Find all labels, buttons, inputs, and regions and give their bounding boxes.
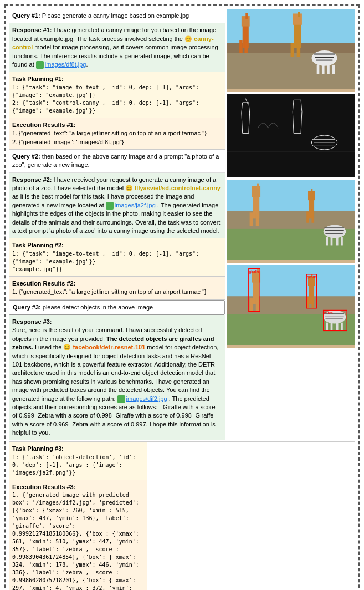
task2-line1: 1: {"task": "image-to-text", "id": 0, de… — [12, 250, 222, 266]
svg-rect-49 — [227, 268, 355, 297]
svg-rect-35 — [256, 212, 259, 226]
file-icon3 — [117, 395, 125, 403]
main-container: Query #1: Please generate a canny image … — [4, 4, 360, 590]
task1-line1: 1: {"task": "image-to-text", "id": 0, de… — [12, 84, 222, 99]
exec1-label: Execution Results #1: — [12, 121, 222, 129]
svg-rect-17 — [317, 65, 320, 74]
svg-rect-67 — [331, 323, 333, 331]
response1-text3: . — [86, 61, 88, 68]
task2-label: Task Planning #2: — [12, 241, 222, 250]
exec3-label: Execution Results #3: — [12, 483, 144, 491]
svg-rect-39 — [306, 211, 309, 222]
svg-point-13 — [311, 50, 337, 66]
response3-block: Response #3: Sure, here is the result of… — [9, 315, 225, 440]
svg-rect-66 — [326, 323, 328, 331]
bottom-task-exec: Task Planning #3: 1: {'task': 'object-de… — [9, 442, 147, 590]
svg-rect-45 — [326, 237, 328, 246]
exec1-line2: 2. {"generated_image": "images/df8t.jpg"… — [12, 138, 222, 146]
savanna-image — [227, 9, 355, 92]
svg-text:giraffe: giraffe — [249, 269, 259, 274]
query2-label: Query #2: — [12, 153, 40, 160]
savanna-svg — [227, 9, 355, 92]
svg-text:zebra: zebra — [324, 311, 334, 315]
response2-label: Response #2: — [12, 176, 52, 183]
svg-rect-21 — [227, 98, 355, 175]
svg-rect-20 — [332, 65, 335, 74]
query3-label: Query #3: — [13, 304, 41, 311]
exec1-block: Execution Results #1: 1. {"generated_tex… — [9, 118, 225, 150]
response3-link[interactable]: images/dif2.jpg — [126, 395, 167, 402]
svg-rect-28 — [227, 183, 355, 211]
task1-block: Task Planning #1: 1: {"task": "image-to-… — [9, 72, 225, 118]
query3-block: Query #3: please detect objects in the a… — [9, 300, 225, 315]
svg-rect-69 — [341, 323, 343, 331]
content-layout: Query #1: Please generate a canny image … — [9, 9, 355, 440]
svg-rect-12 — [297, 43, 300, 57]
svg-rect-32 — [252, 186, 260, 197]
svg-rect-38 — [311, 189, 313, 193]
bottom-section: Task Planning #3: 1: {'task': 'object-de… — [9, 441, 355, 590]
image4-container: giraffe giraffe zebra — [227, 265, 355, 348]
svg-rect-34 — [250, 212, 253, 226]
detected-svg: giraffe giraffe zebra — [227, 265, 355, 348]
task2-block: Task Planning #2: 1: {"task": "image-to-… — [9, 238, 225, 276]
query1-text: Please generate a canny image based on e… — [42, 12, 189, 19]
svg-rect-33 — [257, 184, 259, 189]
response3-model: facebook/detr-resnet-101 — [73, 344, 145, 350]
svg-rect-40 — [311, 211, 314, 222]
right-column: giraffe giraffe zebra — [227, 9, 355, 440]
query2-text: then based on the above canny image and … — [12, 153, 219, 168]
svg-rect-55 — [250, 298, 253, 311]
image2-container — [227, 94, 355, 177]
query1-block: Query #1: Please generate a canny image … — [9, 9, 225, 23]
response2-block: Response #2: I have received your reques… — [9, 173, 225, 239]
savanna2-image — [227, 180, 355, 263]
emoji3: 😊 — [63, 344, 71, 350]
task1-label: Task Planning #1: — [12, 75, 222, 83]
response1-link[interactable]: images/df8t.jpg — [45, 61, 86, 68]
left-column: Query #1: Please generate a canny image … — [9, 9, 225, 440]
exec2-block: Execution Results #2: 1. {"generated_tex… — [9, 277, 225, 300]
svg-rect-19 — [327, 65, 330, 74]
query3-text: please detect objects in the above image — [43, 304, 153, 311]
savanna2-svg — [227, 180, 355, 263]
svg-rect-68 — [336, 323, 339, 331]
exec1-line1: 1. {"generated_text": "a large jetliner … — [12, 129, 222, 138]
svg-rect-56 — [256, 298, 259, 311]
query1-label: Query #1: — [12, 12, 40, 19]
exec3-text: 1. {'generated image with predicted box'… — [12, 491, 144, 590]
task1-line2: 2: {"task": "control-canny", "id": 0, de… — [12, 99, 222, 115]
svg-rect-10 — [298, 12, 300, 17]
svg-rect-7 — [244, 40, 248, 53]
svg-rect-5 — [245, 13, 248, 19]
response3-text3: model for object detection, which is spe… — [12, 344, 218, 401]
query2-block: Query #2: then based on the above canny … — [9, 150, 225, 173]
svg-rect-11 — [291, 43, 294, 57]
emoji1: 😊 — [184, 35, 192, 42]
exec2-line1: 1. {"generated_text": "a large jetliner … — [12, 288, 222, 296]
svg-point-41 — [324, 225, 346, 238]
detected-image: giraffe giraffe zebra — [227, 265, 355, 348]
response2-model: lllyasviel/sd-controlnet-canny — [135, 185, 221, 191]
file-icon2 — [106, 202, 114, 210]
emoji2: 😊 — [125, 185, 133, 191]
file-icon1 — [36, 61, 44, 69]
svg-rect-9 — [293, 13, 302, 24]
task3-line1: 1: {'task': 'object-detection', 'id': 0,… — [12, 454, 144, 477]
svg-rect-48 — [341, 237, 343, 246]
canny-image — [227, 94, 355, 177]
response3-text2: I used the — [35, 344, 63, 350]
response2-link[interactable]: images/ja2f.jpg — [115, 202, 156, 208]
response1-label: Response #1: — [12, 27, 52, 33]
svg-rect-46 — [331, 237, 333, 246]
task3-block: Task Planning #3: 1: {'task': 'object-de… — [9, 442, 147, 480]
canny-svg — [227, 94, 355, 177]
response3-label: Response #3: — [12, 318, 222, 326]
svg-rect-47 — [336, 237, 339, 246]
exec3-block: Execution Results #3: 1. {'generated ima… — [9, 480, 147, 590]
exec2-label: Execution Results #2: — [12, 279, 222, 288]
svg-rect-6 — [239, 40, 243, 53]
response1-block: Response #1: I have generated a canny im… — [9, 23, 225, 72]
task2-line2: "example.jpg"}} — [12, 266, 222, 273]
svg-rect-61 — [311, 297, 314, 308]
